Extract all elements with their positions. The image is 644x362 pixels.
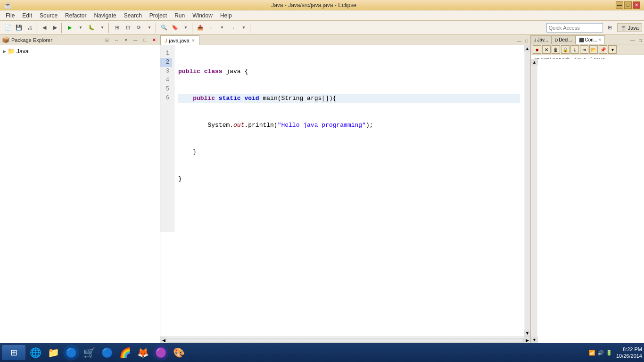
line-num-1: 1	[160, 49, 172, 58]
console-header: <terminated> java [Java Application] C:\…	[534, 57, 641, 59]
arrow-left-dropdown[interactable]: ▼	[217, 23, 227, 33]
right-tab-decl[interactable]: D Decl...	[552, 35, 576, 44]
code-line-4: }	[178, 148, 520, 156]
toolbar: 📄 💾 🖨 ◀ ▶ ▶ ▼ 🐛 ▼ ⊞ ⊡ ⟳ ▼ 🔍 🔖 ▼ 📤 ← ▼ → …	[0, 21, 644, 35]
console-scroll-lock-btn[interactable]: 🔒	[561, 45, 570, 54]
menu-search[interactable]: Search	[120, 11, 146, 20]
layout-btn-1[interactable]: ⊞	[112, 23, 122, 33]
editor-maximize-btn[interactable]: □	[523, 37, 530, 45]
tray-network-icon: 📶	[589, 350, 595, 356]
new-button[interactable]: 📄	[3, 23, 13, 33]
taskbar-ie-icon[interactable]: 🌐	[27, 345, 43, 361]
menu-source[interactable]: Source	[36, 11, 61, 20]
menu-edit[interactable]: Edit	[18, 11, 36, 20]
editor-hscroll[interactable]: ◀ ▶	[160, 337, 530, 343]
console-scroll-end-btn[interactable]: ⤓	[570, 45, 579, 54]
taskbar-chrome-icon[interactable]: 🔵	[99, 345, 115, 361]
console-terminate-btn[interactable]: ■	[533, 45, 541, 54]
bookmark-btn[interactable]: 🔖	[170, 23, 180, 33]
editor-minimize-btn[interactable]: —	[515, 37, 523, 45]
right-tab-javadoc[interactable]: J Jav...	[531, 35, 552, 44]
bookmark-dropdown[interactable]: ▼	[181, 23, 191, 33]
console-remove-btn[interactable]: ✕	[542, 45, 551, 54]
open-perspective-btn[interactable]: ⊞	[605, 23, 615, 33]
vscroll-down-btn[interactable]: ▼	[524, 330, 531, 337]
run-button[interactable]: ▶	[65, 23, 75, 33]
right-minimize-btn[interactable]: —	[629, 36, 636, 44]
main-area: 📦 Package Explorer ⊟ ↔ ▾ — □ ✕ ▶ 📁 Java …	[0, 35, 644, 343]
run-dropdown[interactable]: ▼	[75, 23, 86, 33]
menu-window[interactable]: Window	[189, 11, 216, 20]
search-btn[interactable]: 🔍	[159, 23, 169, 33]
console-clear-btn[interactable]: 🗑	[552, 45, 560, 54]
editor-tab-close[interactable]: ✕	[191, 38, 195, 43]
menu-refactor[interactable]: Refactor	[61, 11, 90, 20]
vscroll-up-btn[interactable]: ▲	[524, 45, 531, 52]
debug-dropdown[interactable]: ▼	[97, 23, 107, 33]
sync-dropdown[interactable]: ▼	[144, 23, 155, 33]
publish-btn[interactable]: 📤	[195, 23, 206, 33]
console-word-wrap-btn[interactable]: ⇥	[580, 45, 588, 54]
arrow-right-dropdown[interactable]: ▼	[239, 23, 249, 33]
menu-run[interactable]: Run	[171, 11, 189, 20]
close-button[interactable]: ✕	[633, 1, 640, 9]
right-tab-console-close[interactable]: ✕	[598, 38, 602, 42]
console-menu-btn[interactable]: ▾	[608, 45, 617, 54]
hscroll-right-btn[interactable]: ▶	[524, 337, 530, 344]
taskbar-paint-icon[interactable]: 🎨	[171, 345, 187, 361]
tree-item-java[interactable]: ▶ 📁 Java	[2, 47, 158, 55]
minimize-panel-btn[interactable]: —	[132, 36, 139, 44]
toolbar-group-layout: ⊞ ⊡ ⟳ ▼	[111, 23, 156, 33]
taskbar-folder-icon[interactable]: 📁	[45, 345, 61, 361]
line-num-3: 3	[160, 67, 172, 76]
code-line-6	[178, 201, 520, 210]
console-pin-btn[interactable]: 📌	[599, 45, 607, 54]
menu-help[interactable]: Help	[216, 11, 236, 20]
taskbar-color-icon[interactable]: 🌈	[117, 345, 133, 361]
console-vscroll-up[interactable]: ▲	[531, 59, 538, 66]
java-perspective[interactable]: ☕ Java	[617, 23, 642, 32]
quick-access-input[interactable]	[546, 23, 603, 33]
taskbar-store-icon[interactable]: 🛒	[81, 345, 97, 361]
arrow-left-btn[interactable]: ←	[206, 23, 216, 33]
hscroll-track[interactable]	[167, 338, 524, 343]
console-vscroll[interactable]: ▲ ▼	[531, 59, 537, 343]
line-num-4: 4	[160, 76, 172, 85]
editor-content[interactable]: 1 2 3 4 5 6 public class java { public s…	[160, 45, 524, 337]
package-explorer-menu-btn[interactable]: ▾	[122, 36, 130, 44]
back-button[interactable]: ◀	[39, 23, 50, 33]
taskbar-firefox-icon[interactable]: 🦊	[135, 345, 151, 361]
link-with-editor-btn[interactable]: ↔	[113, 36, 120, 44]
start-button[interactable]: ⊞	[2, 345, 25, 360]
maximize-button[interactable]: □	[624, 1, 632, 9]
code-content[interactable]: public class java { public static void m…	[174, 45, 524, 232]
menu-navigate[interactable]: Navigate	[90, 11, 120, 20]
print-button[interactable]: 🖨	[25, 23, 35, 33]
taskbar-eclipse-icon[interactable]: 🟣	[153, 345, 169, 361]
editor-tab-java[interactable]: J java.java ✕	[160, 35, 199, 45]
tray-battery-icon: 🔋	[606, 350, 612, 356]
menu-project[interactable]: Project	[146, 11, 171, 20]
menu-file[interactable]: File	[2, 11, 18, 20]
minimize-button[interactable]: —	[616, 1, 623, 9]
arrow-right-btn[interactable]: →	[228, 23, 238, 33]
save-button[interactable]: 💾	[14, 23, 24, 33]
close-panel-btn[interactable]: ✕	[150, 36, 158, 44]
console-vscroll-down[interactable]: ▼	[531, 337, 538, 343]
console-vscroll-track[interactable]	[532, 66, 537, 337]
vscroll-track[interactable]	[525, 52, 530, 330]
taskbar-hp-icon[interactable]: 🔵	[63, 345, 79, 361]
editor-vscroll[interactable]: ▲ ▼	[524, 45, 530, 337]
hscroll-left-btn[interactable]: ◀	[160, 337, 167, 344]
right-tab-console[interactable]: ⬛ Con... ✕	[576, 35, 605, 44]
maximize-panel-btn[interactable]: □	[141, 36, 149, 44]
debug-button[interactable]: 🐛	[86, 23, 97, 33]
sync-btn[interactable]: ⟳	[133, 23, 144, 33]
taskbar-clock[interactable]: 8:22 PM 10/26/2014	[616, 346, 642, 360]
console-open-file-btn[interactable]: 📂	[589, 45, 598, 54]
right-maximize-btn[interactable]: □	[636, 36, 644, 44]
layout-btn-2[interactable]: ⊡	[123, 23, 133, 33]
collapse-all-btn[interactable]: ⊟	[103, 36, 111, 44]
package-explorer-icon: 📦	[2, 36, 9, 43]
forward-button[interactable]: ▶	[50, 23, 60, 33]
